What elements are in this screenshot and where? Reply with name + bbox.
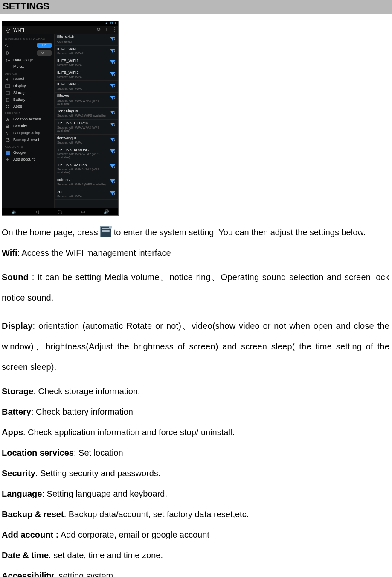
sidebar-item-add-account[interactable]: Add account: [2, 156, 54, 163]
setting-entry: Date & time: set date, time and time zon…: [2, 549, 389, 562]
nav-sound-icon[interactable]: 🔊: [104, 209, 109, 214]
wifi-network-item[interactable]: ilife_WiFi1Connected: [55, 34, 118, 46]
sidebar-item-bt[interactable]: OFF: [2, 49, 54, 57]
wifi-network-item[interactable]: zrdSecured with WPA: [55, 188, 118, 200]
battery-icon: [5, 98, 11, 102]
wifi-security: Secured with WPA2 (WPS available): [57, 114, 110, 117]
sidebar-item-label: Battery: [13, 98, 26, 102]
svg-rect-9: [8, 107, 9, 108]
setting-entry: Sound : it can be setting Media volume、n…: [2, 267, 389, 308]
wifi-network-item[interactable]: TP-LINK_431986Secured with WPA/WPA2 (WPS…: [55, 161, 118, 176]
nav-recent-icon[interactable]: ▭: [81, 209, 85, 214]
sidebar-item-location-access[interactable]: Location access: [2, 116, 54, 123]
setting-entry: Language: Setting language and keyboard.: [2, 487, 389, 500]
wifi-network-item[interactable]: txdtest2Secured with WPA2 (WPS available…: [55, 176, 118, 188]
setting-desc: : setting system.: [54, 571, 116, 577]
intro-line: On the home page, press to enter the sys…: [2, 226, 389, 239]
wifi-ssid: ilife_WiFi1: [57, 35, 110, 40]
wifi-signal-icon: [110, 179, 116, 184]
sidebar-item-data-usage[interactable]: Data usage: [2, 57, 54, 64]
svg-rect-8: [6, 107, 7, 108]
storage-icon: [5, 91, 11, 95]
wifi-network-item[interactable]: ILIFE_WIFISecured with WPA2: [55, 46, 118, 58]
wifi-ssid: ilife-zw: [57, 94, 110, 99]
svg-rect-2: [6, 85, 10, 88]
add-network-icon[interactable]: +: [103, 27, 110, 32]
section-heading: SETTINGS: [0, 0, 392, 14]
svg-rect-13: [6, 151, 10, 155]
lang-icon: A: [5, 131, 11, 135]
sidebar-item-wifi[interactable]: On: [2, 41, 54, 49]
sidebar-item-google[interactable]: Google: [2, 149, 54, 156]
setting-entry: Location services: Set location: [2, 446, 389, 459]
wifi-ssid: txdtest2: [57, 178, 110, 182]
sidebar-item-battery[interactable]: Battery: [2, 97, 54, 103]
wifi-signal-icon: [110, 164, 116, 169]
wifi-network-item[interactable]: ILIFE_WIFI2Secured with WPA: [55, 69, 118, 81]
wifi-security: Secured with WPA/WPA2 (WPS available): [57, 126, 110, 132]
settings-icon: [100, 226, 111, 237]
wifi-signal-icon: [110, 110, 116, 115]
setting-label: Battery: [2, 407, 31, 416]
intro-post: to enter the system setting. You can the…: [114, 228, 366, 237]
wifi-network-item[interactable]: ILIFE_WIFI3Secured with WPA: [55, 81, 118, 93]
wifi-signal-icon: [110, 149, 116, 154]
setting-entry: Storage: Check storage information.: [2, 385, 389, 398]
setting-label: Security: [2, 469, 35, 478]
sidebar-category: WIRELESS & NETWORKS: [2, 35, 54, 41]
wifi-ssid: TP-LINK_6D3D8C: [57, 148, 110, 152]
sidebar-item-language-inp[interactable]: ALanguage & inp..: [2, 130, 54, 137]
sidebar-item-display[interactable]: Display: [2, 83, 54, 90]
wifi-ssid: ILIFE_WIFI2: [57, 71, 110, 75]
setting-label: Language: [2, 489, 42, 498]
wifi-security: Secured with WPA2: [57, 52, 110, 55]
nav-back-icon[interactable]: ◁: [35, 209, 39, 214]
wifi-network-item[interactable]: ILIFE_WIFI1Secured with WPA: [55, 57, 118, 69]
sidebar-category: PERSONAL: [2, 110, 54, 116]
sidebar-item-sound[interactable]: Sound: [2, 76, 54, 83]
wifi-security: Secured with WPA: [57, 87, 110, 91]
wifi-network-item[interactable]: TP-LINK_EEC716Secured with WPA/WPA2 (WPS…: [55, 120, 118, 135]
sidebar-item-security[interactable]: Security: [2, 123, 54, 130]
sidebar-item-backup-reset[interactable]: Backup & reset: [2, 137, 54, 144]
wifi-network-item[interactable]: TongXingDaSecured with WPA2 (WPS availab…: [55, 108, 118, 120]
sidebar-item-apps[interactable]: Apps: [2, 103, 54, 110]
sidebar-category: ACCOUNTS: [2, 144, 54, 149]
wifi-security: Secured with WPA/WPA2 (WPS available): [57, 99, 110, 105]
sidebar-item-label: More..: [13, 65, 24, 69]
data-icon: [5, 58, 11, 62]
sidebar-item-more[interactable]: More..: [2, 64, 54, 70]
setting-entry: Apps: Check application information and …: [2, 426, 389, 439]
svg-rect-3: [6, 91, 9, 95]
wifi-security: Secured with WPA: [57, 195, 110, 198]
svg-text:A: A: [6, 132, 8, 135]
toggle-switch[interactable]: On: [37, 43, 52, 48]
bt-icon: [5, 51, 11, 55]
wifi-network-item[interactable]: ilife-zwSecured with WPA/WPA2 (WPS avail…: [55, 93, 118, 108]
security-icon: [5, 124, 11, 129]
overflow-icon[interactable]: ⋮: [110, 27, 118, 32]
wifi-status-icon: ▲: [105, 22, 108, 26]
setting-label: Storage: [2, 387, 33, 396]
setting-label: Location services: [2, 448, 74, 457]
setting-label: Date & time: [2, 551, 49, 560]
sidebar-item-label: Location access: [13, 117, 41, 122]
display-icon: [5, 84, 11, 88]
svg-rect-10: [6, 126, 9, 128]
setting-label: Wifi: [2, 248, 17, 258]
sidebar-item-storage[interactable]: Storage: [2, 90, 54, 97]
setting-desc: : Access the WIFI management interface: [17, 248, 171, 258]
svg-rect-7: [8, 105, 9, 106]
nav-home-icon[interactable]: ◯: [58, 209, 62, 214]
wifi-security: Secured with WPA: [57, 141, 110, 144]
wifi-network-item[interactable]: tianwang01Secured with WPA: [55, 135, 118, 146]
wifi-signal-icon: [110, 71, 116, 76]
refresh-icon[interactable]: ⟳: [95, 27, 103, 32]
nav-sound-icon[interactable]: 🔉: [12, 209, 17, 214]
toggle-switch[interactable]: OFF: [37, 50, 52, 56]
sidebar-item-label: Storage: [13, 91, 27, 95]
wifi-network-item[interactable]: TP-LINK_6D3D8CSecured with WPA/WPA2 (WPS…: [55, 146, 118, 161]
status-bar: ▲ 22:2: [2, 21, 118, 26]
svg-rect-4: [6, 98, 9, 102]
wifi-ssid: TP-LINK_431986: [57, 163, 110, 167]
